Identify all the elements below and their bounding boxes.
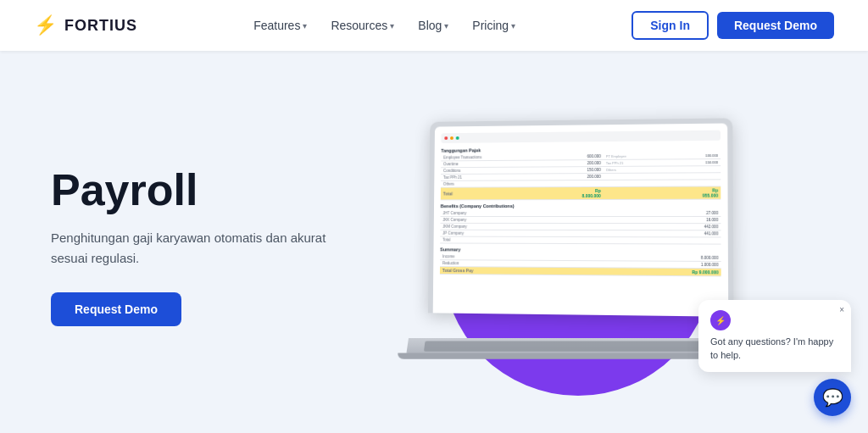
screen-table-summary: Income8.000.000 Reduction1.000.000 Total… <box>440 253 721 276</box>
request-demo-nav-button[interactable]: Request Demo <box>717 12 834 39</box>
laptop-screen: Tanggungan Pajak Employee Transactions60… <box>428 118 734 316</box>
chat-logo: ⚡ <box>710 310 731 330</box>
nav-blog[interactable]: Blog ▾ <box>408 14 459 37</box>
chevron-down-icon: ▾ <box>511 21 515 31</box>
nav-pricing[interactable]: Pricing ▾ <box>462 14 526 37</box>
screen-section-summary: Summary <box>440 247 721 253</box>
chevron-down-icon: ▾ <box>390 21 394 31</box>
chat-bubble: × ⚡ Got any questions? I'm happy to help… <box>698 300 851 372</box>
chat-icon: 💬 <box>822 387 843 408</box>
hero-cta-button[interactable]: Request Demo <box>51 292 181 326</box>
logo-icon: ⚡ <box>34 14 58 36</box>
screen-table-tanggungan: Employee Transactions600.000PT Employee1… <box>441 152 721 199</box>
nav-links: Features ▾ Resources ▾ Blog ▾ Pricing ▾ <box>243 14 526 37</box>
navbar: ⚡ FORTIUS Features ▾ Resources ▾ Blog ▾ … <box>0 0 868 51</box>
nav-actions: Sign In Request Demo <box>632 11 834 40</box>
screen-content: Tanggungan Pajak Employee Transactions60… <box>433 123 728 283</box>
chevron-down-icon: ▾ <box>303 21 307 31</box>
signin-button[interactable]: Sign In <box>632 11 709 40</box>
nav-resources[interactable]: Resources ▾ <box>320 14 404 37</box>
brand-logo[interactable]: ⚡ FORTIUS <box>34 14 137 36</box>
hero-left: Payroll Penghitungan gaji karyawan otoma… <box>51 166 339 326</box>
laptop-keyboard <box>424 341 732 351</box>
screen-section-tanggungan: Tanggungan Pajak <box>441 145 721 153</box>
nav-features[interactable]: Features ▾ <box>243 14 317 37</box>
chat-widget: × ⚡ Got any questions? I'm happy to help… <box>698 300 851 416</box>
close-icon[interactable]: × <box>839 305 844 314</box>
chevron-down-icon: ▾ <box>444 21 448 31</box>
hero-title: Payroll <box>51 166 339 214</box>
hero-subtitle: Penghitungan gaji karyawan otomatis dan … <box>51 228 339 269</box>
screen-header <box>441 130 721 142</box>
chat-logo-icon: ⚡ <box>715 316 726 325</box>
screen-table-benefits: JHT Company27.000 JKK Company16.000 JKM … <box>440 209 721 244</box>
chat-message: Got any questions? I'm happy to help. <box>710 336 839 362</box>
chat-open-button[interactable]: 💬 <box>814 379 851 416</box>
brand-name: FORTIUS <box>64 17 137 35</box>
screen-section-benefits: Benefits (Company Contributions) <box>441 203 721 208</box>
